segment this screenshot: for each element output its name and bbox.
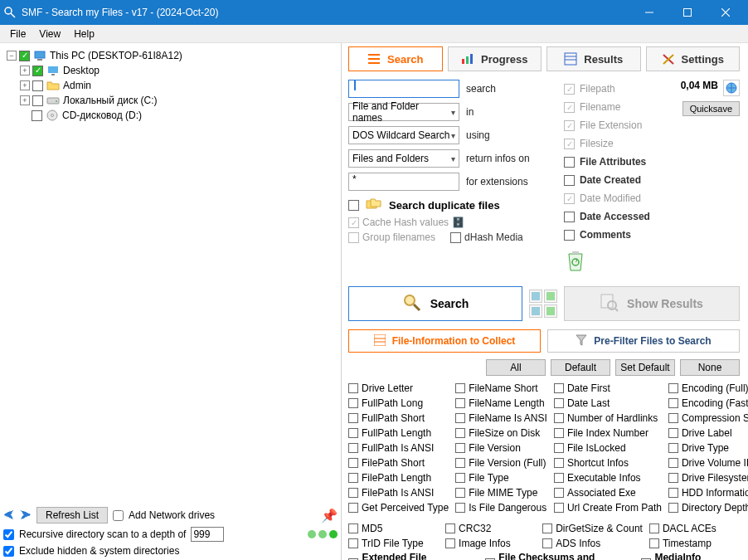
crc32-checkbox[interactable] [445, 523, 455, 533]
mini-btn-4[interactable] [544, 304, 557, 318]
globe-icon[interactable] [723, 80, 740, 96]
tree-checkbox[interactable] [32, 110, 42, 121]
info-checkbox[interactable] [455, 428, 465, 438]
info-checkbox[interactable] [554, 443, 564, 453]
info-checkbox[interactable] [455, 503, 465, 513]
ads-checkbox[interactable] [542, 538, 552, 548]
info-checkbox[interactable] [348, 383, 358, 393]
info-checkbox[interactable] [348, 488, 358, 498]
info-checkbox[interactable] [348, 503, 358, 513]
info-checkbox[interactable] [668, 473, 678, 483]
fileattr-checkbox[interactable] [564, 157, 575, 168]
recycle-icon[interactable] [564, 247, 672, 276]
info-checkbox[interactable] [455, 413, 465, 423]
info-checkbox[interactable] [455, 383, 465, 393]
select-in[interactable]: File and Folder names▾ [348, 103, 459, 121]
search-button[interactable]: Search [348, 286, 522, 321]
info-checkbox[interactable] [554, 488, 564, 498]
menu-file[interactable]: File [3, 27, 32, 41]
info-checkbox[interactable] [554, 473, 564, 483]
info-checkbox[interactable] [668, 428, 678, 438]
dup-checkbox[interactable] [348, 200, 359, 211]
trid-checkbox[interactable] [348, 538, 358, 548]
info-checkbox[interactable] [348, 428, 358, 438]
extensions-input[interactable]: * [348, 173, 459, 191]
dirsize-checkbox[interactable] [542, 523, 552, 533]
dacl-checkbox[interactable] [649, 523, 659, 533]
tree-checkbox[interactable] [32, 80, 43, 91]
info-checkbox[interactable] [348, 398, 358, 408]
mini-btn-3[interactable] [529, 304, 542, 318]
menu-view[interactable]: View [32, 27, 67, 41]
info-checkbox[interactable] [455, 488, 465, 498]
set-default-button[interactable]: Set Default [615, 359, 675, 376]
info-checkbox[interactable] [668, 503, 678, 513]
recursive-checkbox[interactable] [3, 529, 14, 540]
info-checkbox[interactable] [668, 413, 678, 423]
expander-icon[interactable]: + [20, 80, 30, 90]
dhash-checkbox[interactable] [450, 232, 461, 243]
md5-checkbox[interactable] [348, 523, 358, 533]
info-checkbox[interactable] [348, 473, 358, 483]
panel-file-info[interactable]: File-Information to Collect [348, 329, 541, 353]
info-checkbox[interactable] [348, 443, 358, 453]
minimize-button[interactable] [630, 0, 668, 25]
folder-tree[interactable]: −✓This PC (DESKTOP-61I8A12) +✓Desktop +A… [5, 48, 336, 123]
tree-checkbox[interactable] [32, 95, 43, 106]
info-checkbox[interactable] [668, 383, 678, 393]
search-input[interactable] [348, 80, 459, 98]
maximize-button[interactable] [668, 0, 707, 25]
info-checkbox[interactable] [455, 443, 465, 453]
all-button[interactable]: All [486, 359, 546, 376]
mini-btn-2[interactable] [544, 290, 557, 303]
timestamp-checkbox[interactable] [649, 538, 659, 548]
refresh-list-button[interactable]: Refresh List [36, 507, 108, 523]
info-checkbox[interactable] [554, 413, 564, 423]
tab-search[interactable]: Search [348, 46, 443, 71]
info-checkbox[interactable] [554, 383, 564, 393]
datecreated-checkbox[interactable] [564, 175, 575, 186]
info-checkbox[interactable] [668, 488, 678, 498]
show-results-button[interactable]: Show Results [564, 286, 740, 321]
tree-checkbox[interactable]: ✓ [19, 51, 30, 61]
close-button[interactable] [707, 0, 745, 25]
exclude-hidden-checkbox[interactable] [3, 546, 14, 557]
info-checkbox[interactable] [455, 398, 465, 408]
panel-prefilter[interactable]: Pre-Filter Files to Search [547, 329, 740, 353]
info-checkbox[interactable] [348, 413, 358, 423]
info-checkbox[interactable] [668, 398, 678, 408]
mini-btn-1[interactable] [529, 290, 542, 303]
tab-results[interactable]: Results [546, 46, 641, 71]
info-checkbox[interactable] [668, 443, 678, 453]
info-checkbox[interactable] [554, 458, 564, 468]
default-button[interactable]: Default [551, 359, 610, 376]
depth-input[interactable] [191, 527, 224, 542]
info-checkbox[interactable] [348, 458, 358, 468]
dateacc-checkbox[interactable] [564, 212, 575, 222]
none-button[interactable]: None [680, 359, 740, 376]
pin-icon[interactable]: 📌 [321, 508, 338, 523]
tab-settings[interactable]: Settings [646, 46, 741, 71]
ext-label: for extensions [466, 176, 556, 187]
expander-icon[interactable]: + [20, 66, 30, 75]
expand-icon[interactable]: ⮞ [20, 509, 32, 522]
comments-checkbox[interactable] [564, 230, 575, 241]
info-checkbox[interactable] [668, 458, 678, 468]
info-checkbox[interactable] [554, 503, 564, 513]
info-checkbox[interactable] [455, 458, 465, 468]
svg-rect-36 [374, 334, 386, 346]
select-using[interactable]: DOS Wildcard Search▾ [348, 126, 459, 144]
menu-help[interactable]: Help [67, 27, 101, 41]
expander-icon[interactable]: + [20, 95, 30, 105]
expander-icon[interactable]: − [7, 51, 17, 61]
tab-progress[interactable]: Progress [448, 46, 542, 71]
add-network-checkbox[interactable] [113, 510, 124, 521]
info-checkbox[interactable] [455, 473, 465, 483]
select-return[interactable]: Files and Folders▾ [348, 149, 459, 168]
quicksave-button[interactable]: Quicksave [682, 101, 740, 116]
tree-checkbox[interactable]: ✓ [32, 66, 43, 76]
collapse-icon[interactable]: ⮜ [3, 509, 15, 522]
image-infos-checkbox[interactable] [445, 538, 455, 548]
info-checkbox[interactable] [554, 428, 564, 438]
info-checkbox[interactable] [554, 398, 564, 408]
